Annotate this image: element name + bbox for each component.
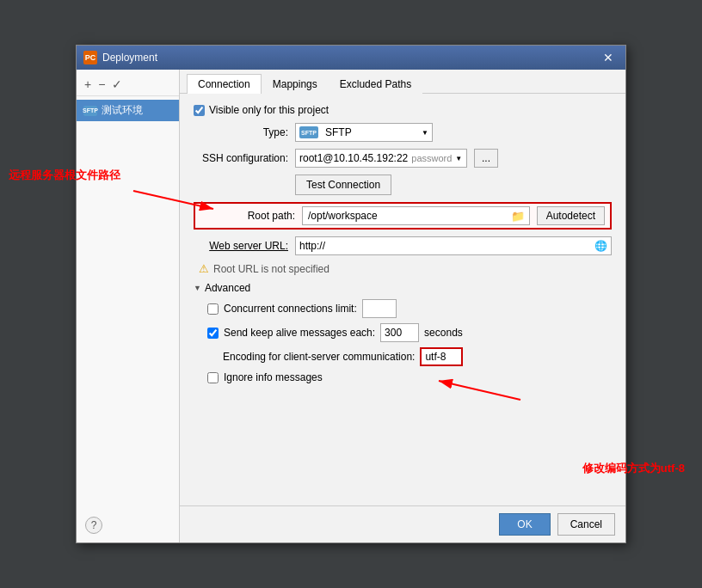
- warning-text: Root URL is not specified: [213, 263, 329, 275]
- tab-mappings[interactable]: Mappings: [262, 74, 329, 94]
- advanced-header[interactable]: ▼ Advanced: [194, 282, 612, 294]
- test-connection-row: Test Connection: [194, 175, 612, 195]
- check-button[interactable]: ✓: [109, 77, 125, 92]
- tab-connection[interactable]: Connection: [187, 74, 262, 94]
- dialog-body: + − ✓ SFTP 测试环境 Connection Mappings: [77, 70, 625, 542]
- help-icon[interactable]: ?: [85, 517, 102, 534]
- web-url-label: Web server URL:: [194, 240, 288, 252]
- ssh-dropdown-icon: ▼: [455, 155, 462, 162]
- advanced-label: Advanced: [205, 282, 250, 294]
- main-content: Connection Mappings Excluded Paths Visib…: [180, 70, 625, 542]
- ssh-config-dots-button[interactable]: ...: [474, 149, 498, 168]
- type-sftp-icon: SFTP: [299, 126, 318, 138]
- web-url-wrapper: 🌐: [295, 236, 612, 255]
- ssh-suffix: password: [411, 153, 452, 163]
- concurrent-label: Concurrent connections limit:: [224, 303, 357, 315]
- dialog-title: Deployment: [102, 52, 157, 64]
- web-url-row: Web server URL: 🌐: [194, 236, 612, 255]
- ssh-value: root1@10.10.45.192:22: [299, 152, 408, 164]
- autodetect-button[interactable]: Autodetect: [537, 206, 605, 225]
- tab-excluded-paths[interactable]: Excluded Paths: [329, 74, 422, 94]
- concurrent-checkbox[interactable]: [207, 303, 219, 315]
- type-label: Type:: [194, 126, 288, 138]
- sidebar: + − ✓ SFTP 测试环境: [77, 70, 180, 542]
- form-area: Visible only for this project Type: SFTP…: [180, 94, 625, 505]
- ignore-checkbox[interactable]: [207, 372, 219, 383]
- sftp-icon: SFTP: [83, 106, 97, 116]
- ssh-config-row: SSH configuration: root1@10.10.45.192:22…: [194, 149, 612, 168]
- visible-only-checkbox[interactable]: [194, 105, 205, 116]
- ignore-label: Ignore info messages: [224, 371, 323, 383]
- ssh-config-input[interactable]: root1@10.10.45.192:22 password ▼: [295, 149, 467, 168]
- concurrent-input[interactable]: [362, 299, 397, 318]
- globe-icon: 🌐: [594, 240, 607, 252]
- ssh-label: SSH configuration:: [194, 152, 288, 164]
- add-button[interactable]: +: [82, 77, 94, 92]
- close-button[interactable]: ✕: [598, 50, 619, 65]
- ok-button[interactable]: OK: [499, 513, 550, 536]
- root-path-input[interactable]: [305, 210, 508, 222]
- keepalive-row: Send keep alive messages each: seconds: [207, 323, 612, 342]
- type-row: Type: SFTP SFTP ▼: [194, 123, 612, 142]
- concurrent-row: Concurrent connections limit:: [207, 299, 612, 318]
- title-bar: PC Deployment ✕: [77, 46, 625, 70]
- title-bar-left: PC Deployment: [83, 51, 157, 64]
- visible-only-label: Visible only for this project: [209, 104, 329, 116]
- ignore-row: Ignore info messages: [207, 371, 612, 383]
- keepalive-label: Send keep alive messages each:: [224, 327, 375, 339]
- remove-button[interactable]: −: [95, 77, 108, 92]
- test-connection-button[interactable]: Test Connection: [295, 175, 391, 195]
- advanced-triangle-icon: ▼: [194, 284, 201, 292]
- encoding-input[interactable]: [420, 347, 463, 366]
- sidebar-item-environment[interactable]: SFTP 测试环境: [77, 100, 179, 121]
- keepalive-input[interactable]: [380, 323, 419, 342]
- root-path-row: Root path: 📁 Autodetect: [194, 202, 612, 230]
- folder-browse-icon[interactable]: 📁: [508, 210, 527, 223]
- advanced-content: Concurrent connections limit: Send keep …: [194, 299, 612, 383]
- visible-only-row: Visible only for this project: [194, 104, 612, 116]
- warning-icon: ⚠: [199, 262, 209, 275]
- encoding-row: Encoding for client-server communication…: [207, 347, 612, 366]
- keepalive-unit: seconds: [424, 327, 463, 339]
- advanced-section: ▼ Advanced Concurrent connections limit:: [194, 282, 612, 383]
- sidebar-toolbar: + − ✓: [77, 73, 179, 96]
- cancel-button[interactable]: Cancel: [557, 513, 615, 536]
- type-dropdown[interactable]: SFTP SFTP ▼: [295, 123, 433, 142]
- deployment-dialog: PC Deployment ✕ + − ✓ SFTP 测试环境: [76, 45, 626, 543]
- root-path-input-wrapper: 📁: [302, 206, 530, 225]
- keepalive-checkbox[interactable]: [207, 328, 219, 339]
- dialog-footer: OK Cancel: [180, 505, 625, 542]
- web-url-input[interactable]: [299, 240, 594, 252]
- app-icon: PC: [83, 51, 97, 64]
- root-path-label: Root path:: [200, 210, 295, 222]
- sidebar-item-label: 测试环境: [102, 103, 143, 118]
- dropdown-arrow-icon: ▼: [422, 129, 428, 137]
- encoding-label: Encoding for client-server communication…: [207, 351, 415, 363]
- type-value: SFTP: [325, 126, 352, 138]
- warning-row: ⚠ Root URL is not specified: [194, 262, 612, 275]
- tab-bar: Connection Mappings Excluded Paths: [180, 70, 625, 94]
